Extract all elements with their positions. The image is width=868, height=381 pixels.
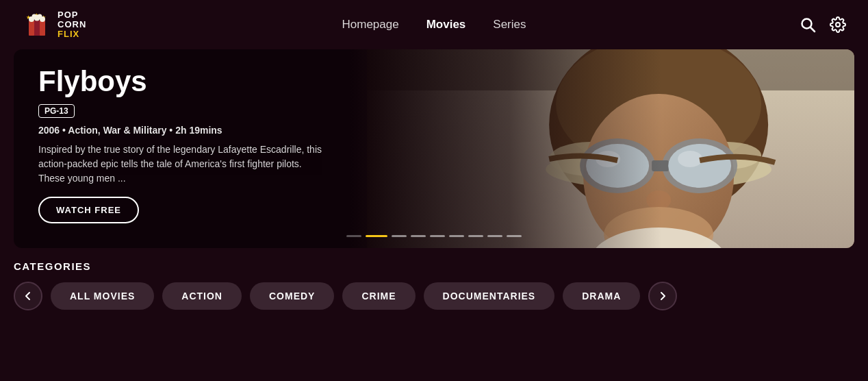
hero-content: Flyboys PG-13 2006 • Action, War & Milit… <box>38 66 459 232</box>
logo-text: POP CORN FLIX <box>58 10 86 40</box>
dot-2[interactable] <box>366 235 387 237</box>
category-comedy[interactable]: COMEDY <box>250 282 334 310</box>
category-drama[interactable]: DRAMA <box>563 282 640 310</box>
categories-next-button[interactable] <box>648 282 677 310</box>
dot-6[interactable] <box>449 235 464 237</box>
header: ★ ★ ★ POP CORN FLIX Homepage M <box>0 0 868 49</box>
hero-title: Flyboys <box>38 66 459 97</box>
categories-title: CATEGORIES <box>14 260 854 272</box>
svg-rect-4 <box>29 21 34 36</box>
category-crime[interactable]: CRIME <box>342 282 415 310</box>
rating-badge: PG-13 <box>38 104 75 118</box>
nav-series[interactable]: Series <box>493 18 526 32</box>
hero-meta: 2006 • Action, War & Military • 2h 19min… <box>38 125 459 136</box>
svg-rect-5 <box>40 21 45 36</box>
dot-3[interactable] <box>392 235 407 237</box>
svg-point-9 <box>32 14 37 19</box>
svg-line-12 <box>810 27 815 32</box>
category-action[interactable]: ACTION <box>162 282 242 310</box>
category-documentaries[interactable]: DOCUMENTARIES <box>424 282 555 310</box>
categories-section: CATEGORIES ALL MOVIES ACTION COMEDY CRIM… <box>0 248 868 317</box>
dot-4[interactable] <box>411 235 426 237</box>
settings-button[interactable] <box>830 16 846 33</box>
dot-7[interactable] <box>468 235 483 237</box>
carousel-dots <box>346 235 522 237</box>
nav-movies[interactable]: Movies <box>426 18 466 32</box>
hero-description: Inspired by the true story of the legend… <box>38 143 326 186</box>
logo: ★ ★ ★ POP CORN FLIX <box>22 10 86 40</box>
logo-icon: ★ ★ ★ <box>22 10 52 40</box>
dot-8[interactable] <box>487 235 502 237</box>
categories-row: ALL MOVIES ACTION COMEDY CRIME DOCUMENTA… <box>14 282 854 310</box>
nav-homepage[interactable]: Homepage <box>342 18 399 32</box>
categories-prev-button[interactable] <box>14 282 42 310</box>
watch-free-button[interactable]: WATCH FREE <box>38 197 139 223</box>
dot-1[interactable] <box>346 235 361 237</box>
hero-banner: Flyboys PG-13 2006 • Action, War & Milit… <box>14 49 854 248</box>
svg-point-10 <box>38 14 42 19</box>
svg-point-13 <box>836 23 840 27</box>
dot-9[interactable] <box>507 235 522 237</box>
main-nav: Homepage Movies Series <box>342 18 526 32</box>
search-button[interactable] <box>800 16 816 33</box>
dot-5[interactable] <box>430 235 445 237</box>
header-icons <box>800 16 846 33</box>
category-all-movies[interactable]: ALL MOVIES <box>51 282 154 310</box>
